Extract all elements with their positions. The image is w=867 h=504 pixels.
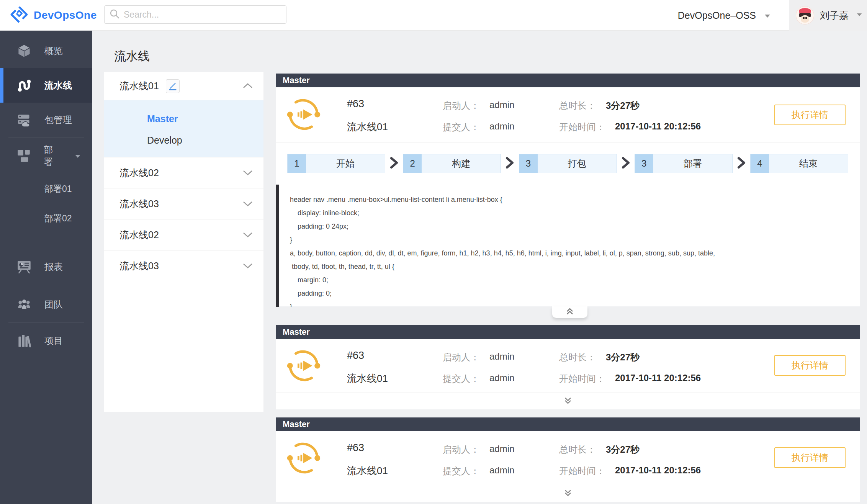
run-summary-row: #63 流水线01 启动人： admin 提交人： admin 总时长： 3分2… xyxy=(276,339,860,393)
run-summary-row: #63 流水线01 启动人： admin 提交人： admin 总时长： 3分2… xyxy=(276,87,860,142)
starter-label: 启动人： xyxy=(443,100,479,112)
start-time-label: 开始时间： xyxy=(559,121,605,133)
edit-icon[interactable] xyxy=(166,79,180,93)
stage-build[interactable]: 2 构建 xyxy=(403,154,501,173)
committer-value: admin xyxy=(489,121,514,133)
stage-package[interactable]: 3 打包 xyxy=(519,154,617,173)
sidebar-item-label: 流水线 xyxy=(44,79,72,92)
duration-label: 总时长： xyxy=(559,351,596,363)
search-input[interactable] xyxy=(124,10,281,20)
stage-number: 2 xyxy=(403,154,422,173)
branch-item-develop[interactable]: Develop xyxy=(104,129,263,151)
duration-label: 总时长： xyxy=(559,443,596,456)
sidebar-item-reports[interactable]: 报表 xyxy=(0,248,92,286)
divider xyxy=(338,440,338,476)
code-line: } xyxy=(290,233,856,247)
sidebar-item-label: 团队 xyxy=(44,298,63,311)
search-box[interactable] xyxy=(104,5,286,24)
sidebar-item-label: 包管理 xyxy=(44,114,72,126)
stage-label: 构建 xyxy=(422,154,501,173)
expand-run-button[interactable] xyxy=(276,485,860,502)
run-detail-button[interactable]: 执行详情 xyxy=(774,447,846,468)
starter-label: 启动人： xyxy=(443,351,479,363)
sidebar-item-packages[interactable]: 包管理 xyxy=(0,103,92,137)
start-time-label: 开始时间： xyxy=(559,465,605,477)
duration-field: 总时长： 3分27秒 xyxy=(559,100,640,112)
pipeline-group-03[interactable]: 流水线03 xyxy=(104,188,263,219)
double-chevron-down-icon xyxy=(563,488,573,499)
code-line: display: inline-block; xyxy=(290,206,856,220)
branch-item-master[interactable]: Master xyxy=(104,108,263,129)
run-summary-row: #63 流水线01 启动人： admin 提交人： admin 总时长： 3分2… xyxy=(276,431,860,485)
chevron-down-icon xyxy=(242,260,254,272)
expand-run-button[interactable] xyxy=(276,393,860,409)
sidebar-item-label: 项目 xyxy=(44,335,63,347)
chevron-down-icon xyxy=(242,229,254,241)
committer-value: admin xyxy=(489,465,514,477)
stage-finish[interactable]: 4 结束 xyxy=(750,154,848,173)
run-card-collapsed: Master #63 流水线01 启动人： admin xyxy=(276,325,860,409)
sidebar-item-overview[interactable]: 概览 xyxy=(0,34,92,68)
sidebar-item-team[interactable]: 团队 xyxy=(0,286,92,322)
collapse-run-button[interactable] xyxy=(552,306,587,318)
project-switcher[interactable]: DevOpsOne–OSS xyxy=(678,10,771,21)
pipeline-group-04[interactable]: 流水线02 xyxy=(104,219,263,250)
stage-label: 开始 xyxy=(306,154,385,173)
chevron-down-icon xyxy=(242,198,254,209)
divider xyxy=(338,348,338,383)
brand-name: DevOpsOne xyxy=(34,9,97,21)
branch-label: Develop xyxy=(147,135,182,146)
code-line: header nav .menu .menu-box>ul.menu-list-… xyxy=(290,193,856,206)
stage-start[interactable]: 1 开始 xyxy=(287,154,385,173)
sidebar-item-projects[interactable]: 项目 xyxy=(0,323,92,359)
code-line: margin: 0; xyxy=(290,273,856,287)
run-detail-button[interactable]: 执行详情 xyxy=(774,105,846,125)
sidebar-item-deploy[interactable]: 部署 xyxy=(0,137,92,174)
sidebar-item-pipeline[interactable]: 流水线 xyxy=(0,68,92,103)
run-number: #63 xyxy=(347,350,364,362)
sidebar-item-deploy01[interactable]: 部署01 xyxy=(0,174,92,204)
duration-field: 总时长： 3分27秒 xyxy=(559,443,640,456)
stage-deploy[interactable]: 3 部署 xyxy=(635,154,733,173)
pipeline-group-name: 流水线01 xyxy=(119,80,159,92)
stage-arrow-icon xyxy=(621,156,631,171)
double-chevron-down-icon xyxy=(563,396,573,407)
top-bar: DevOpsOne DevOpsOne–OSS xyxy=(0,0,867,31)
committer-label: 提交人： xyxy=(443,373,479,385)
stage-label: 打包 xyxy=(538,154,617,173)
brand[interactable]: DevOpsOne xyxy=(10,0,97,31)
pipeline-group-05[interactable]: 流水线03 xyxy=(104,250,263,281)
pipeline-group-name: 流水线02 xyxy=(119,167,159,179)
code-line: a, body, button, caption, dd, div, dl, d… xyxy=(290,247,856,260)
user-name: 刘子嘉 xyxy=(820,9,849,22)
start-time-label: 开始时间： xyxy=(559,373,605,385)
sidebar-item-deploy02[interactable]: 部署02 xyxy=(0,204,92,233)
branch-header: Master xyxy=(276,417,860,431)
start-time-value: 2017-10-11 20:12:56 xyxy=(615,121,701,133)
stage-label: 部署 xyxy=(653,154,732,173)
sidebar-item-label: 概览 xyxy=(44,45,63,57)
start-time-value: 2017-10-11 20:12:56 xyxy=(615,373,701,385)
branch-name: Master xyxy=(283,419,310,429)
stage-arrow-icon xyxy=(389,156,399,171)
pipeline-group-02[interactable]: 流水线02 xyxy=(104,157,263,188)
stages-row: 1 开始 2 构建 3 打包 3 部署 xyxy=(276,142,860,185)
user-menu[interactable]: 刘子嘉 xyxy=(789,0,867,31)
caret-down-icon xyxy=(764,10,771,21)
double-chevron-up-icon xyxy=(565,306,575,318)
run-status-icon xyxy=(286,348,322,384)
sidebar-subitem-label: 部署01 xyxy=(44,183,72,195)
sidebar: 概览 流水线 包管理 xyxy=(0,31,92,504)
committer-label: 提交人： xyxy=(443,465,479,477)
stage-label: 结束 xyxy=(769,154,848,173)
committer-field: 提交人： admin xyxy=(443,121,514,133)
console-log[interactable]: header nav .menu .menu-box>ul.menu-list-… xyxy=(276,185,860,307)
run-pipeline-name: 流水线01 xyxy=(347,120,388,134)
pipeline-group-01[interactable]: 流水线01 xyxy=(104,72,263,100)
starter-field: 启动人： admin xyxy=(443,351,514,363)
starter-field: 启动人： admin xyxy=(443,100,514,112)
sidebar-subitem-label: 部署02 xyxy=(44,213,72,224)
duration-field: 总时长： 3分27秒 xyxy=(559,351,640,363)
run-detail-button[interactable]: 执行详情 xyxy=(774,355,846,376)
starter-field: 启动人： admin xyxy=(443,443,514,456)
